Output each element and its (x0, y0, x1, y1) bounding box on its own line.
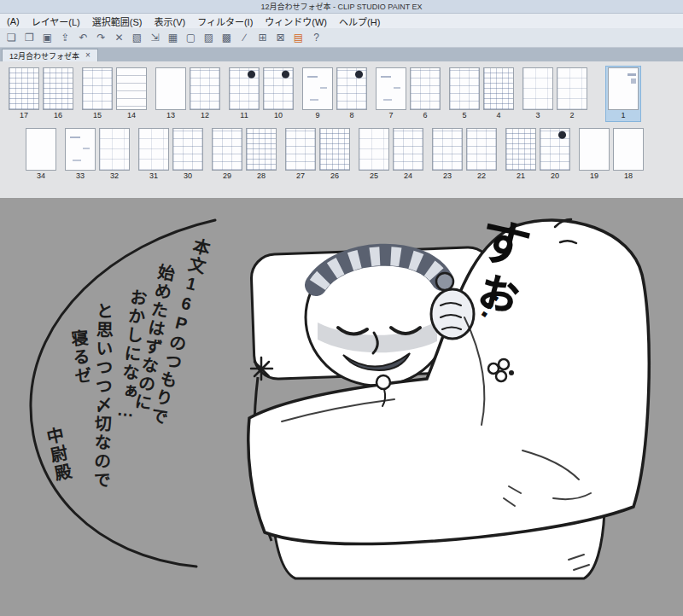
page-thumb-20[interactable]: 20 (538, 127, 572, 182)
menu-item-2[interactable]: 選択範囲(S) (86, 14, 149, 28)
page-thumb-5[interactable]: 5 (447, 67, 482, 121)
ruler-icon[interactable]: ∕ (236, 30, 253, 46)
deselect-icon[interactable]: ▢ (183, 30, 199, 46)
page-thumb-23[interactable]: 23 (430, 127, 464, 182)
grid-icon[interactable]: ⊠ (272, 30, 289, 46)
page-thumb-10[interactable]: 10 (261, 67, 295, 121)
page-number: 22 (477, 171, 486, 180)
snap-icon[interactable]: ⊞ (254, 30, 271, 46)
page-number: 25 (370, 171, 378, 180)
page-thumbnail-image (359, 128, 389, 171)
page-number: 18 (624, 171, 633, 180)
page-number: 30 (184, 171, 192, 180)
crop-icon[interactable]: ▦ (165, 30, 181, 46)
title-bar: 12月合わせフォゼ本 - CLIP STUDIO PAINT EX (0, 0, 683, 14)
page-thumb-18[interactable]: 18 (611, 127, 645, 182)
menu-item-4[interactable]: フィルター(I) (191, 14, 259, 28)
tab-close-icon[interactable]: × (85, 51, 90, 60)
page-number: 17 (20, 111, 28, 119)
page-spread: 2726 (283, 127, 352, 182)
page-spread: 54 (447, 67, 516, 121)
page-thumb-6[interactable]: 6 (408, 67, 442, 121)
page-number: 16 (54, 111, 62, 119)
page-thumbnail-image (557, 67, 587, 110)
handwritten-caption-col-4: 寝るゼ (66, 328, 96, 386)
selection-border-icon[interactable]: ▩ (219, 30, 235, 46)
page-spread: 2928 (210, 127, 278, 182)
page-thumb-15[interactable]: 15 (80, 67, 114, 121)
new-icon[interactable]: ❏ (3, 30, 20, 46)
page-thumb-12[interactable]: 12 (188, 67, 222, 121)
page-thumb-3[interactable]: 3 (521, 67, 555, 121)
page-thumbnail-image (505, 128, 536, 171)
export-icon[interactable]: ⇪ (57, 30, 73, 46)
page-number: 33 (76, 171, 85, 180)
page-number: 6 (423, 111, 427, 119)
page-thumb-25[interactable]: 25 (357, 127, 391, 182)
page-thumb-27[interactable]: 27 (283, 127, 318, 182)
page-thumbnail-image (483, 67, 514, 110)
page-spread: 3130 (137, 127, 205, 182)
undo-icon[interactable]: ↶ (75, 30, 91, 46)
transform-icon[interactable]: ⇲ (147, 30, 163, 46)
redo-icon[interactable]: ↷ (93, 30, 109, 46)
page-spread: 2120 (504, 127, 572, 182)
page-thumb-13[interactable]: 13 (154, 67, 188, 121)
page-number: 15 (93, 111, 102, 119)
tab-document[interactable]: 12月合わせフォゼ本 × (2, 49, 98, 61)
invert-selection-icon[interactable]: ▨ (201, 30, 217, 46)
page-thumb-19[interactable]: 19 (577, 127, 611, 182)
page-thumb-8[interactable]: 8 (335, 67, 369, 121)
page-thumbnail-image (172, 128, 203, 171)
page-thumbnail-image (263, 67, 294, 110)
page-thumbnail-image (65, 128, 96, 171)
clip-studio-window: 12月合わせフォゼ本 - CLIP STUDIO PAINT EX (A)レイヤ… (0, 0, 683, 616)
menu-item-0[interactable]: (A) (1, 14, 26, 28)
material-icon[interactable]: ▤ (290, 30, 306, 46)
page-thumbnail-image (138, 128, 169, 171)
clear-icon[interactable]: ✕ (111, 30, 127, 46)
page-thumb-34[interactable]: 34 (24, 127, 58, 182)
page-number: 21 (517, 171, 525, 180)
page-thumb-29[interactable]: 29 (210, 127, 244, 182)
canvas-area[interactable]: 本文16Pのつもりで始めたはずなのにおかしになぁ…と思いつつ〆切なので寝るゼ中尉… (0, 198, 683, 616)
page-thumbnail-image (319, 128, 350, 171)
page-row-bottom: 3433323130292827262524232221201918 (0, 127, 683, 182)
page-thumb-32[interactable]: 32 (97, 127, 131, 182)
page-thumb-17[interactable]: 17 (7, 67, 41, 121)
page-thumb-28[interactable]: 28 (244, 127, 278, 182)
page-thumb-31[interactable]: 31 (137, 127, 171, 182)
page-thumb-14[interactable]: 14 (114, 67, 149, 121)
page-thumb-30[interactable]: 30 (171, 127, 205, 182)
page-thumb-9[interactable]: 9 (301, 67, 335, 121)
page-thumbnail-image (376, 67, 406, 110)
menu-item-3[interactable]: 表示(V) (148, 14, 191, 28)
save-icon[interactable]: ▣ (39, 30, 55, 46)
page-thumb-2[interactable]: 2 (555, 67, 589, 121)
fill-icon[interactable]: ▧ (129, 30, 145, 46)
page-thumb-26[interactable]: 26 (318, 127, 352, 182)
page-thumbnail-image (466, 128, 497, 171)
menu-item-6[interactable]: ヘルプ(H) (333, 14, 386, 28)
page-thumb-1[interactable]: 1 (606, 67, 640, 121)
page-number: 27 (296, 171, 305, 180)
page-number: 28 (257, 171, 266, 180)
page-thumb-33[interactable]: 33 (63, 127, 97, 182)
page-thumb-4[interactable]: 4 (482, 67, 516, 121)
page-thumbnail-image (190, 67, 220, 110)
page-thumb-7[interactable]: 7 (374, 67, 408, 121)
page-thumb-16[interactable]: 16 (41, 67, 75, 121)
page-thumbnail-image (336, 67, 367, 110)
page-thumb-24[interactable]: 24 (391, 127, 425, 182)
page-thumb-22[interactable]: 22 (464, 127, 499, 182)
page-number: 31 (149, 171, 158, 180)
page-thumb-21[interactable]: 21 (504, 127, 538, 182)
page-thumbnail-image (43, 67, 73, 110)
menu-item-5[interactable]: ウィンドウ(W) (259, 14, 333, 28)
open-icon[interactable]: ❐ (21, 30, 38, 46)
help-icon[interactable]: ? (308, 30, 324, 46)
page-number: 2 (569, 111, 574, 119)
menu-item-1[interactable]: レイヤー(L) (26, 14, 86, 28)
page-thumb-11[interactable]: 11 (227, 67, 261, 121)
page-spread: 1918 (577, 127, 645, 182)
